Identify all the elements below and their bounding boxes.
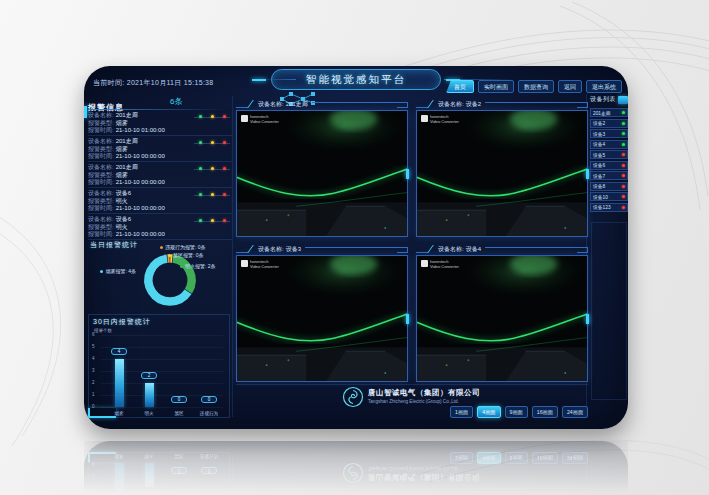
status-dot bbox=[622, 143, 625, 146]
header-deco-line bbox=[485, 102, 588, 103]
video-feed[interactable]: honestech Video Converter bbox=[236, 110, 408, 237]
screen-reflection: 当前时间: 2021年10月11日 15:15:38 智能视觉感知平台 首页实时… bbox=[84, 441, 628, 495]
donut-label: 明火报警: 2条 bbox=[180, 263, 216, 269]
nav-button[interactable]: 实时画面 bbox=[478, 80, 514, 93]
slash-deco bbox=[427, 245, 438, 253]
y-tick: 4 bbox=[92, 356, 95, 361]
view-button[interactable]: 9画面 bbox=[505, 406, 528, 418]
device-list-more-tab[interactable] bbox=[618, 96, 628, 104]
device-list-item[interactable]: 设备8 bbox=[590, 182, 628, 191]
x-tick-label: 烟雾 bbox=[104, 411, 134, 416]
nav-button[interactable]: 返回 bbox=[558, 80, 582, 93]
watermark: honestech Video Converter bbox=[421, 260, 459, 269]
bar-value: 0 bbox=[201, 396, 217, 403]
status-dot bbox=[622, 195, 625, 198]
company-block: 唐山智诚电气（集团）有限公司 Tangshan Zhicheng Electri… bbox=[368, 388, 480, 404]
video-panel: 设备名称:201走廊 bbox=[236, 98, 408, 237]
view-button[interactable]: 24画面 bbox=[562, 406, 588, 418]
top-nav: 首页实时画面数据查询返回退出系统 bbox=[446, 80, 622, 93]
watermark-logo-icon bbox=[421, 115, 428, 122]
alarm-level-indicator bbox=[194, 115, 230, 119]
device-list-item[interactable]: 设备2 bbox=[590, 119, 628, 128]
monthly-alarm-section: 30日内报警统计 报警个数 01234564烟雾2明火0禁区0违规行为 bbox=[88, 314, 230, 418]
alarm-entry[interactable]: 设备名称:设备6 报警类型:明火 报警时间:21-10-10 00:00:00 bbox=[88, 188, 232, 214]
watermark: honestech Video Converter bbox=[421, 115, 459, 124]
company-logo bbox=[342, 386, 364, 408]
device-list-item[interactable]: 设备123 bbox=[590, 203, 628, 212]
bar bbox=[115, 359, 124, 407]
device-list-item[interactable]: 设备7 bbox=[590, 171, 628, 180]
device-list-item[interactable]: 设备5 bbox=[590, 150, 628, 159]
device-list-title: 设备列表 bbox=[590, 95, 616, 104]
device-list-item[interactable]: 设备10 bbox=[590, 192, 628, 201]
video-panel: 设备名称:设备3 bbox=[236, 243, 408, 382]
donut-label: 禁区报警: 0条 bbox=[168, 252, 204, 258]
watermark-logo-icon bbox=[421, 260, 428, 267]
status-dot bbox=[622, 132, 625, 135]
alarm-entry[interactable]: 设备名称:201走廊 报警类型:烟雾 报警时间:21-10-10 00:00:0… bbox=[88, 136, 232, 162]
y-tick: 2 bbox=[92, 380, 95, 385]
alarm-entry[interactable]: 设备名称:201走廊 报警类型:烟雾 报警时间:21-10-10 00:00:0… bbox=[88, 162, 232, 188]
video-feed[interactable]: honestech Video Converter bbox=[416, 255, 588, 382]
bar-value: 0 bbox=[171, 396, 187, 403]
device-list-item[interactable]: 设备3 bbox=[590, 129, 628, 138]
footer-divider bbox=[236, 384, 588, 385]
gridline bbox=[101, 407, 223, 408]
device-list-item[interactable]: 设备6 bbox=[590, 161, 628, 170]
alarm-count-badge: 6条 bbox=[170, 96, 182, 107]
watermark-logo-icon bbox=[241, 260, 248, 267]
status-dot bbox=[622, 174, 625, 177]
bar-chart: 01234564烟雾2明火0禁区0违规行为 bbox=[89, 323, 227, 419]
video-panel-header: 设备名称:201走廊 bbox=[236, 98, 408, 110]
divider-left bbox=[232, 96, 233, 417]
video-feed[interactable]: honestech Video Converter bbox=[416, 110, 588, 237]
watermark-logo-icon bbox=[241, 115, 248, 122]
watermark: honestech Video Converter bbox=[241, 115, 279, 124]
view-button[interactable]: 1画面 bbox=[450, 406, 473, 418]
nav-button[interactable]: 首页 bbox=[446, 80, 474, 93]
view-button[interactable]: 16画面 bbox=[532, 406, 558, 418]
page-title: 智能视觉感知平台 bbox=[306, 73, 406, 87]
status-dot bbox=[622, 164, 625, 167]
device-list-item[interactable]: 201走廊 bbox=[590, 108, 628, 117]
panel-side-accent bbox=[406, 314, 409, 324]
nav-button[interactable]: 数据查询 bbox=[518, 80, 554, 93]
donut-label: 违规行为报警: 0条 bbox=[160, 244, 206, 250]
header-deco-line bbox=[485, 247, 588, 248]
company-name-en: Tangshan Zhicheng Electric (Group) Co.,L… bbox=[368, 399, 480, 404]
sidebar-frame bbox=[591, 222, 627, 400]
status-dot bbox=[622, 111, 625, 114]
header-deco-line bbox=[305, 247, 408, 248]
x-tick-label: 明火 bbox=[134, 411, 164, 416]
status-dot bbox=[622, 206, 625, 209]
device-list-item[interactable]: 设备4 bbox=[590, 140, 628, 149]
video-panel: 设备名称:设备2 bbox=[416, 98, 588, 237]
nav-button[interactable]: 退出系统 bbox=[586, 80, 622, 93]
alarm-list: 设备名称:201走廊 报警类型:烟雾 报警时间:21-10-10 01:00:0… bbox=[88, 110, 232, 240]
y-tick: 3 bbox=[92, 368, 95, 373]
y-tick: 0 bbox=[92, 404, 95, 409]
video-panel-header: 设备名称:设备2 bbox=[416, 98, 588, 110]
view-switcher: 1画面4画面9画面16画面24画面 bbox=[450, 406, 588, 418]
alarm-info-header: 报警信息 6条 bbox=[88, 96, 232, 109]
alarm-entry[interactable]: 设备名称:201走廊 报警类型:烟雾 报警时间:21-10-10 01:00:0… bbox=[88, 110, 232, 136]
video-panel-header: 设备名称:设备3 bbox=[236, 243, 408, 255]
gridline bbox=[101, 335, 223, 336]
bar bbox=[145, 383, 154, 407]
edge-accent bbox=[84, 106, 87, 118]
y-tick: 1 bbox=[92, 392, 95, 397]
status-dot bbox=[622, 122, 625, 125]
alarm-entry[interactable]: 设备名称:设备6 报警类型:明火 报警时间:21-10-10 00:00:00 bbox=[88, 214, 232, 240]
panel-side-accent bbox=[586, 314, 589, 324]
dashboard-screen: 当前时间: 2021年10月11日 15:15:38 智能视觉感知平台 首页实时… bbox=[84, 66, 628, 429]
stage: 当前时间: 2021年10月11日 15:15:38 智能视觉感知平台 首页实时… bbox=[0, 0, 709, 495]
device-list-header: 设备列表 bbox=[590, 94, 628, 105]
alarm-level-indicator bbox=[194, 193, 230, 197]
alarm-level-indicator bbox=[194, 141, 230, 145]
video-feed[interactable]: honestech Video Converter bbox=[236, 255, 408, 382]
header-deco-line bbox=[312, 102, 408, 103]
slash-deco bbox=[427, 100, 438, 108]
bar-value: 4 bbox=[111, 348, 127, 355]
view-button[interactable]: 4画面 bbox=[477, 406, 500, 418]
x-tick-label: 禁区 bbox=[164, 411, 194, 416]
